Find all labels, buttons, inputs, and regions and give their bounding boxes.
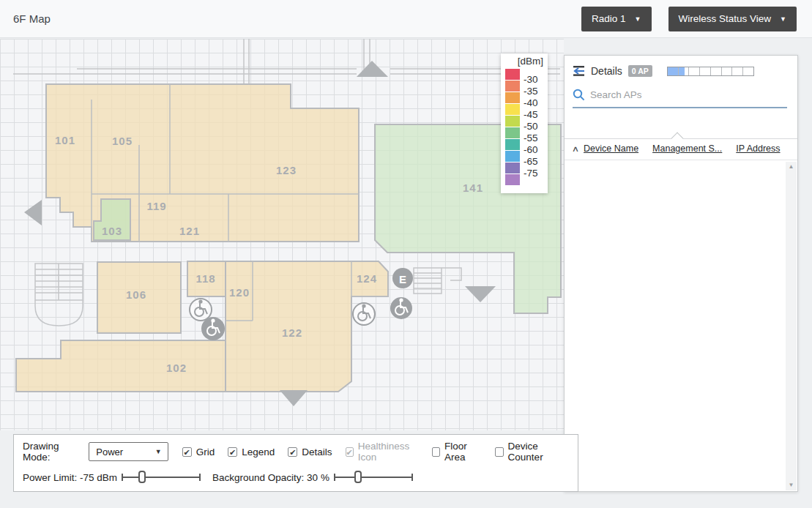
- checkbox-grid[interactable]: ✔Grid: [182, 447, 215, 457]
- checkbox-device-counter[interactable]: Device Counter: [495, 441, 565, 463]
- drawing-mode-value: Power: [96, 447, 123, 457]
- room-area-main-beige: [46, 84, 359, 242]
- column-header-ip-address[interactable]: IP Address: [736, 143, 780, 154]
- floor-map-canvas[interactable]: E: [0, 39, 564, 430]
- building-outline-lines: [13, 39, 560, 84]
- legend-label: -75: [524, 168, 538, 179]
- progress-segment: [679, 67, 690, 75]
- checkbox-box[interactable]: ✔: [288, 447, 297, 457]
- slider-thumb[interactable]: [138, 471, 146, 483]
- arrow-left-icon: [24, 200, 42, 225]
- slider-thumb[interactable]: [354, 471, 362, 483]
- room-label-124: 124: [357, 272, 377, 285]
- power-limit-slider[interactable]: [122, 471, 201, 484]
- progress-segment: [732, 67, 743, 75]
- checkbox-floor-area[interactable]: Floor Area: [432, 441, 483, 463]
- legend-label: -60: [524, 144, 538, 155]
- view-dropdown[interactable]: Wireless Status View ▼: [668, 7, 797, 31]
- legend-swatch: [505, 174, 520, 185]
- room-label-122: 122: [282, 326, 302, 339]
- room-label-120: 120: [229, 286, 250, 299]
- checkbox-box[interactable]: ✔: [228, 447, 237, 457]
- floor-plan: E: [0, 39, 564, 430]
- legend-swatch: [505, 81, 520, 91]
- room-label-121: 121: [179, 225, 200, 237]
- column-header-device-name[interactable]: Device Name: [584, 143, 638, 154]
- room-label-106: 106: [126, 288, 146, 301]
- background-opacity-slider[interactable]: [334, 471, 413, 484]
- column-headers: Device NameManagement S...IP Address: [584, 143, 780, 154]
- checkbox-label: Floor Area: [444, 441, 483, 463]
- details-panel: Details 0 AP ∧ Device NameManagement S..…: [564, 55, 798, 492]
- legend-swatch: [505, 104, 520, 115]
- legend-rows: -30-35-40-45-50-55-60-65-75: [505, 69, 543, 186]
- slider-rail: [334, 477, 413, 478]
- arrow-up-icon: [357, 61, 388, 77]
- progress-segment: [711, 67, 722, 75]
- checkbox-legend[interactable]: ✔Legend: [228, 447, 275, 457]
- chevron-down-icon: ▼: [155, 448, 162, 455]
- checkbox-label: Legend: [242, 447, 275, 457]
- slider-rail: [122, 477, 201, 478]
- room-label-101: 101: [55, 134, 75, 146]
- search-input[interactable]: [590, 89, 773, 100]
- wheelchair-icon: [201, 317, 225, 340]
- slider-row: Power Limit: -75 dBm Background Opacity:…: [23, 470, 425, 485]
- legend-label: -55: [524, 132, 538, 143]
- legend-swatch: [505, 116, 520, 127]
- legend-label: -50: [524, 121, 538, 132]
- ap-progress-bar: [667, 67, 754, 76]
- legend-swatch: [505, 139, 520, 150]
- drawing-mode-row: Drawing Mode: Power ▼ ✔Grid✔Legend✔Detai…: [23, 441, 578, 462]
- legend-label: -35: [524, 86, 538, 97]
- room-label-105: 105: [112, 135, 133, 147]
- legend-label: -45: [524, 109, 538, 120]
- page-title: 6F Map: [13, 12, 51, 25]
- checkbox-box[interactable]: ✔: [182, 447, 192, 457]
- room-areas: [16, 84, 561, 392]
- scroll-up-icon[interactable]: ▲: [789, 164, 794, 170]
- progress-segment: [689, 67, 700, 75]
- radio-dropdown-label: Radio 1: [592, 13, 626, 24]
- view-dropdown-label: Wireless Status View: [679, 13, 772, 24]
- svg-text:E: E: [399, 273, 406, 285]
- drawing-mode-label: Drawing Mode:: [23, 441, 83, 463]
- checkbox-details[interactable]: ✔Details: [288, 447, 332, 457]
- drawing-mode-select[interactable]: Power ▼: [89, 442, 168, 461]
- scroll-down-icon[interactable]: ▼: [789, 482, 794, 488]
- legend-box: [dBm] -30-35-40-45-50-55-60-65-75: [501, 53, 548, 193]
- legend-label: -65: [524, 156, 538, 167]
- checkbox-box[interactable]: [495, 447, 503, 457]
- chevron-down-icon: ▼: [780, 15, 786, 23]
- panel-notch: [671, 132, 684, 145]
- room-label-103: 103: [102, 225, 122, 237]
- background-opacity-label: Background Opacity: 30 %: [212, 472, 329, 483]
- room-label-119: 119: [146, 200, 166, 212]
- legend-title: [dBm]: [505, 56, 543, 67]
- scrollbar[interactable]: ▲ ▼: [786, 162, 797, 490]
- progress-segment: [743, 67, 753, 75]
- progress-segment: [722, 67, 733, 75]
- legend-label: -30: [524, 74, 538, 85]
- progress-segment: [700, 67, 711, 75]
- power-limit-label: Power Limit: -75 dBm: [23, 472, 117, 483]
- sort-ascending-icon[interactable]: ∧: [572, 144, 579, 154]
- map-control-bar: Drawing Mode: Power ▼ ✔Grid✔Legend✔Detai…: [13, 434, 578, 492]
- details-header: Details 0 AP: [573, 65, 790, 77]
- radio-dropdown[interactable]: Radio 1 ▼: [581, 7, 651, 31]
- elevator-icon: E: [392, 268, 413, 288]
- ap-count-badge: 0 AP: [628, 65, 652, 77]
- room-label-102: 102: [166, 362, 187, 374]
- top-bar: 6F Map Radio 1 ▼ Wireless Status View ▼: [0, 0, 812, 38]
- top-bar-buttons: Radio 1 ▼ Wireless Status View ▼: [581, 7, 797, 31]
- checkbox-box[interactable]: [432, 447, 440, 457]
- table-header-row: ∧ Device NameManagement S...IP Address: [573, 143, 781, 154]
- collapse-panel-icon[interactable]: [573, 66, 586, 76]
- checkbox-label: Device Counter: [508, 441, 565, 463]
- legend-swatch: [505, 92, 520, 103]
- progress-segment: [668, 67, 679, 75]
- column-header-management-s[interactable]: Management S...: [652, 143, 722, 154]
- wheelchair-icon: [190, 299, 212, 321]
- legend-swatch: [505, 127, 520, 138]
- arrow-down-icon: [280, 390, 308, 406]
